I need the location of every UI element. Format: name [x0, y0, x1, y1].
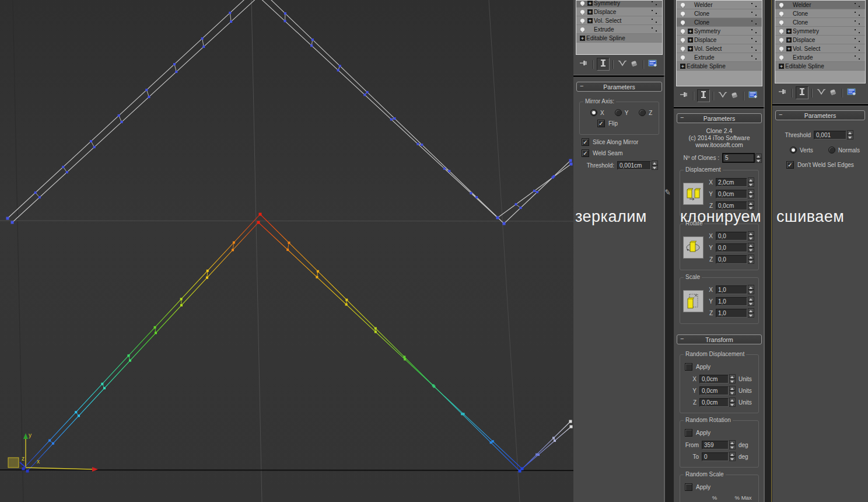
spinner-down-icon[interactable] — [729, 445, 736, 449]
mirrored-spline-vertex[interactable] — [312, 39, 314, 41]
spinner-down-icon[interactable] — [748, 259, 754, 264]
viewport[interactable]: xyz — [0, 0, 573, 502]
checkbox-apply[interactable]: Apply — [685, 363, 754, 371]
panel-scrollbar[interactable] — [664, 0, 665, 502]
mirrored-spline-vertex[interactable] — [230, 20, 232, 23]
lightbulb-icon[interactable] — [779, 29, 783, 33]
spinner-up-icon[interactable] — [729, 374, 736, 379]
rainbow-spline-vertex[interactable] — [463, 413, 465, 415]
lightbulb-icon[interactable] — [779, 55, 783, 60]
lightbulb-icon[interactable] — [779, 38, 783, 42]
rollout-header-parameters[interactable]: Parameters — [677, 113, 762, 123]
spinner-down-icon[interactable] — [729, 391, 736, 395]
expand-plus-icon[interactable] — [688, 37, 693, 43]
show-end-result-button[interactable] — [697, 89, 710, 102]
checkbox-apply[interactable]: Apply — [685, 429, 754, 437]
checkbox-box[interactable] — [685, 483, 692, 491]
mirrored-spline-vertex[interactable] — [93, 146, 96, 148]
expand-plus-icon[interactable] — [786, 29, 792, 34]
mirrored-spline-vertex[interactable] — [6, 217, 9, 220]
radio-y[interactable]: Y — [615, 109, 629, 116]
expand-plus-icon[interactable] — [688, 46, 693, 51]
gizmo-plane-handle[interactable] — [8, 458, 19, 468]
mirrored-spline-vertex[interactable] — [145, 89, 148, 91]
rainbow-spline-vertex[interactable] — [345, 299, 348, 301]
mirrored-spline-vertex[interactable] — [496, 217, 499, 219]
modifier-stack-row-symmetry[interactable]: Symmetry — [775, 27, 865, 36]
value-field-x[interactable]: 0,0cm — [699, 375, 729, 384]
expand-plus-icon[interactable] — [580, 36, 585, 41]
spinner-up-icon[interactable] — [748, 285, 754, 290]
spinner-up-icon[interactable] — [748, 297, 754, 301]
radio-dot[interactable] — [828, 147, 835, 154]
mirrored-spline-vertex[interactable] — [339, 65, 341, 67]
modifier-stack-row-editable-spline[interactable]: Editable Spline — [677, 62, 762, 71]
lightbulb-icon[interactable] — [580, 27, 584, 32]
spinner-buttons[interactable] — [748, 231, 754, 240]
lightbulb-icon[interactable] — [779, 3, 783, 7]
rainbow-spline-vertex[interactable] — [233, 241, 235, 243]
lightbulb-icon[interactable] — [580, 19, 584, 23]
rainbow-spline-vertex[interactable] — [257, 221, 260, 224]
spinner-buttons[interactable] — [748, 285, 754, 294]
checkbox-don-t-weld-sel-edges[interactable]: ✓Don't Weld Sel Edges — [786, 161, 863, 169]
mirrored-spline-vertex[interactable] — [363, 93, 366, 96]
rollout-header-parameters[interactable]: Parameters — [576, 82, 662, 92]
value-field-z[interactable]: 1,0 — [716, 309, 747, 318]
spinner-buttons[interactable] — [729, 398, 736, 407]
spinner-down-icon[interactable] — [847, 135, 853, 140]
spinner-down-icon[interactable] — [748, 290, 754, 294]
rollout-header-transform[interactable]: Transform — [677, 334, 762, 344]
value-field-threshold[interactable]: 0,001cm — [617, 161, 651, 170]
modifier-stack-row-welder[interactable]: Welder — [775, 1, 865, 9]
value-field-x[interactable]: 0,0 — [716, 232, 747, 240]
modifier-stack-row-editable-spline[interactable]: Editable Spline — [576, 34, 662, 43]
spinner-buttons[interactable] — [755, 154, 762, 163]
rainbow-spline-vertex[interactable] — [78, 414, 80, 417]
mirrored-spline-vertex[interactable] — [229, 12, 231, 14]
value-field-n-of-clones[interactable]: 5 — [722, 153, 755, 163]
spinner-buttons[interactable] — [748, 177, 754, 187]
rainbow-spline-vertex[interactable] — [554, 440, 556, 442]
rainbow-spline-vertex[interactable] — [22, 468, 25, 470]
spinner-up-icon[interactable] — [652, 161, 658, 165]
checkbox-apply[interactable]: Apply — [685, 483, 754, 491]
rainbow-spline-vertex[interactable] — [374, 331, 377, 333]
mirrored-spline-vertex[interactable] — [38, 196, 41, 198]
mirrored-spline-vertex[interactable] — [520, 207, 522, 209]
modifier-stack-row-welder[interactable]: Welder — [677, 1, 762, 9]
expand-plus-icon[interactable] — [587, 1, 593, 6]
mirrored-spline-vertex[interactable] — [416, 143, 419, 145]
rainbow-spline-vertex[interactable] — [569, 420, 572, 423]
lightbulb-icon[interactable] — [681, 3, 685, 7]
rainbow-spline-vertex[interactable] — [316, 276, 318, 278]
modifier-stack-row-vol-select[interactable]: Vol. Select — [576, 16, 662, 25]
spinner-down-icon[interactable] — [729, 456, 736, 461]
collapse-minus-icon[interactable] — [680, 335, 684, 342]
lightbulb-icon[interactable] — [681, 20, 685, 25]
mirrored-spline-vertex[interactable] — [393, 117, 396, 120]
mirrored-spline-vertex[interactable] — [569, 159, 572, 162]
rainbow-spline-vertex[interactable] — [26, 470, 29, 473]
modifier-stack-row-displace[interactable]: Displace — [775, 36, 865, 44]
lightbulb-icon[interactable] — [779, 47, 783, 51]
spinner-down-icon[interactable] — [748, 236, 754, 240]
rainbow-spline-vertex[interactable] — [127, 354, 130, 357]
mirrored-spline-vertex[interactable] — [570, 163, 573, 166]
spinner-down-icon[interactable] — [748, 301, 754, 306]
rainbow-spline-vertex[interactable] — [206, 277, 208, 279]
panel-scrollbar[interactable] — [764, 0, 765, 502]
checkbox-box[interactable]: ✓ — [786, 161, 794, 169]
value-field-z[interactable]: 0,0cm — [699, 398, 729, 407]
expand-plus-icon[interactable] — [587, 18, 593, 23]
modifier-stack-row-symmetry[interactable]: Symmetry — [677, 27, 762, 36]
lightbulb-icon[interactable] — [681, 12, 685, 16]
rainbow-spline-vertex[interactable] — [180, 304, 183, 306]
value-field-y[interactable]: 0,0cm — [699, 386, 729, 395]
checkbox-box[interactable] — [685, 363, 692, 371]
spinner-up-icon[interactable] — [755, 154, 762, 158]
rainbow-spline-vertex[interactable] — [537, 454, 540, 456]
modifier-stack-row-editable-spline[interactable]: Editable Spline — [775, 62, 865, 71]
configure-modifier-sets-button[interactable] — [647, 58, 659, 70]
radio-dot[interactable] — [790, 147, 797, 154]
